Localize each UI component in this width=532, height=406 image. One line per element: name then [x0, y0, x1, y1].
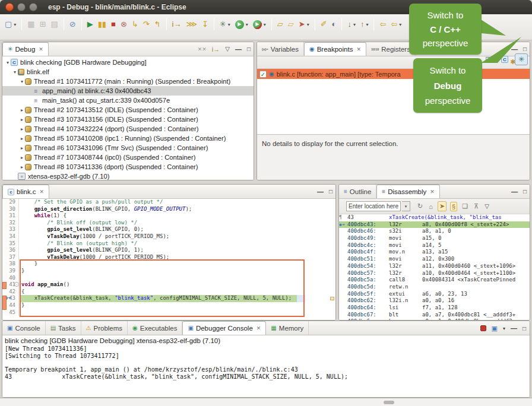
line-number[interactable]: 38 [2, 261, 19, 268]
refresh-icon[interactable]: ↻ [416, 202, 424, 211]
code-line[interactable]: 38 } [2, 261, 335, 268]
debug-view-maximize-icon[interactable]: □ [247, 46, 251, 52]
debug-tree-item[interactable]: ▾Cblink checking [GDB Hardware Debugging… [2, 58, 254, 67]
skip-all-breakpoints-icon[interactable]: ⊘ [68, 18, 78, 30]
line-number[interactable]: 30 [2, 206, 19, 213]
minimize-button[interactable] [17, 3, 26, 11]
format-source-icon[interactable]: ✐ [319, 18, 329, 30]
close-button[interactable] [5, 3, 14, 11]
disassembly-row[interactable]: ¶43xTaskCreate(&blink_task, "blink_tas [339, 214, 530, 221]
console-tab-console[interactable]: ▣Console [2, 321, 46, 335]
track-pc-icon[interactable]: ➤ [438, 201, 446, 211]
debug-tree-item[interactable]: ▸Thread #2 1073413512 (IDLE) (Suspended … [2, 105, 254, 115]
previous-annotation-icon[interactable]: ↑▾ [359, 18, 370, 30]
console-tab-debugger-console[interactable]: ▣Debugger Console✕ [182, 321, 266, 335]
right-view-minimize-icon[interactable]: — [511, 46, 518, 52]
debug-tree-item[interactable]: ≡main_task() at cpu_start.c:339 0x400d05… [2, 96, 254, 105]
remove-all-terminated-icon[interactable]: ✕✕ [198, 46, 207, 52]
line-number[interactable]: 40 [2, 275, 19, 282]
location-dropdown-icon[interactable]: ▾ [402, 201, 410, 211]
tree-expand-arrow[interactable]: ▸ [19, 107, 25, 113]
tree-expand-arrow[interactable]: ▾ [19, 79, 25, 84]
tree-expand-arrow[interactable]: ▾ [12, 69, 18, 75]
console-tab-executables[interactable]: ◉Executables [128, 321, 182, 335]
instruction-stepping-mode-icon[interactable]: i→ [212, 46, 220, 52]
disassembly-row[interactable]: 400dbc67:blta0, a7, 0x400dbc81 <__adddf3… [339, 312, 530, 319]
open-perspective-button[interactable]: ⊞ [482, 53, 495, 65]
save-all-icon[interactable]: ⊞ [38, 18, 48, 30]
code-line[interactable]: 36 gpio_set_level(BLINK_GPIO, 1); [2, 247, 335, 254]
debug-tree-item[interactable]: ▸Thread #6 1073431096 (Tmr Svc) (Suspend… [2, 143, 254, 153]
breakpoint-checkbox[interactable]: ✓ [259, 71, 267, 78]
line-number[interactable]: 45 [2, 309, 19, 316]
debug-tree-item[interactable]: ▾Thread #1 1073411772 (main : Running) (… [2, 77, 254, 86]
disassembly-row[interactable]: 400dbc4f:mov.na13, a15 [339, 249, 530, 256]
tree-expand-arrow[interactable]: ▸ [19, 117, 25, 122]
console-minimize-icon[interactable]: — [511, 325, 517, 332]
code-line[interactable]: 30 gpio_set_direction(BLINK_GPIO, GPIO_M… [2, 206, 335, 213]
debug-tab-debug[interactable]: ✳Debug✕ [2, 42, 49, 56]
disconnect-icon[interactable]: ⊗ [119, 18, 129, 30]
location-input[interactable] [346, 201, 401, 211]
editor-tab-close-icon[interactable]: ✕ [40, 189, 45, 195]
drop-to-frame-icon[interactable]: ↧ [200, 18, 210, 30]
disassembly-row[interactable]: 400dbc64:lsif7, a1, 128 [339, 304, 530, 312]
tree-expand-arrow[interactable]: ▸ [19, 136, 25, 141]
code-line[interactable]: 29 /* Set the GPIO as a push/pull output… [2, 199, 335, 206]
line-number[interactable]: 36 [2, 247, 19, 254]
disassembly-tab-outline[interactable]: ≡Outline [339, 185, 376, 198]
debug-tab-close-icon[interactable]: ✕ [39, 46, 43, 52]
console-body[interactable]: blink checking [GDB Hardware Debugging] … [2, 335, 530, 397]
open-folder-icon[interactable]: ▱ [286, 18, 296, 30]
console-maximize-icon[interactable]: □ [522, 325, 526, 332]
code-line[interactable]: 37 vTaskDelay(1000 / portTICK_PERIOD_MS)… [2, 254, 335, 261]
debug-tree-item[interactable]: ▸Thread #8 1073411336 (dport) (Suspended… [2, 162, 254, 172]
code-line[interactable]: 45 [2, 309, 335, 316]
debug-view-menu-icon[interactable]: ▽ [225, 46, 230, 52]
code-area[interactable]: 29 /* Set the GPIO as a push/pull output… [2, 199, 335, 320]
disassembly-body[interactable]: ¶43xTaskCreate(&blink_task, "blink_tas◆➜… [339, 214, 530, 320]
step-into-icon[interactable]: ↳ [130, 18, 140, 30]
tree-expand-arrow[interactable]: ▸ [19, 164, 25, 170]
tree-expand-arrow[interactable]: ▸ [19, 145, 25, 151]
maximize-button[interactable] [29, 3, 37, 11]
show-source-icon[interactable]: § [450, 202, 457, 211]
disassembly-row[interactable]: 400dbc5a:call80x40084314 <xTaskCreatePin… [339, 277, 530, 284]
disassembly-row[interactable]: 400dbc5d:retw.n [339, 284, 530, 291]
debug-tree-item[interactable]: ▾blink.elf [2, 67, 254, 77]
suspend-icon[interactable]: ▮▮ [96, 18, 108, 30]
disassembly-row[interactable]: 400dbc62:l32i.na0, a0, 16 [339, 297, 530, 304]
step-return-icon[interactable]: ↰ [153, 18, 163, 30]
disassembly-row[interactable]: ◆➜400dbc43:l32ra8, 0x400d00f8 <_stext+22… [339, 221, 530, 229]
instruction-stepping-icon[interactable]: i→ [170, 18, 183, 30]
disassembly-tab-close-icon[interactable]: ✕ [430, 189, 435, 195]
debug-tree-item[interactable]: ▸Thread #5 1073410208 (ipc1 : Running) (… [2, 134, 254, 143]
line-number[interactable]: 39 [2, 268, 19, 275]
display-console-dropdown-icon[interactable]: ▾ [503, 326, 505, 331]
disassembly-tab-disassembly[interactable]: ≡Disassembly✕ [376, 185, 440, 198]
last-edit-location-icon[interactable]: ⇦ [378, 18, 388, 30]
debug-tree-item[interactable]: ≡app_main() at blink.c:43 0x400dbc43 [2, 86, 254, 96]
pin-view-icon[interactable]: ⊼ [473, 202, 480, 211]
flash-target-icon[interactable]: ➤▾ [297, 18, 311, 30]
debug-history-icon[interactable]: ✳▾ [218, 18, 232, 30]
disassembly-row[interactable]: 400dbc54:l32ra11, 0x400d0460 <_stext+109… [339, 263, 530, 270]
right-tab-breakpoints[interactable]: ◉Breakpoints✕ [304, 42, 366, 56]
code-line[interactable]: 44} [2, 302, 335, 309]
disassembly-row[interactable]: 400dbc6a:bnonea0, a1, 0x400dbc8b <__addd… [339, 318, 530, 320]
resume-icon[interactable]: ▶ [86, 18, 95, 30]
line-number[interactable]: 37 [2, 254, 19, 261]
home-icon[interactable]: ⌂ [428, 202, 434, 211]
display-console-icon[interactable]: ▣ [492, 325, 498, 332]
right-view-maximize-icon[interactable]: □ [523, 46, 527, 52]
debug-perspective-button[interactable]: ✳ [515, 53, 528, 65]
code-line[interactable]: 42{ [2, 288, 335, 296]
tree-expand-arrow[interactable]: ▸ [19, 155, 25, 160]
new-wizard-icon[interactable]: ▢▾ [3, 18, 18, 30]
new-disassembly-view-icon[interactable]: ❏ [461, 202, 469, 211]
code-line[interactable]: 31 while(1) { [2, 212, 335, 220]
console-tab-close-icon[interactable]: ✕ [256, 325, 261, 331]
disassembly-row[interactable]: 400dbc5f:extuia6, a0, 23, 13 [339, 291, 530, 298]
code-line[interactable]: 33 gpio_set_level(BLINK_GPIO, 0); [2, 226, 335, 233]
line-number[interactable]: 32 [2, 220, 19, 227]
